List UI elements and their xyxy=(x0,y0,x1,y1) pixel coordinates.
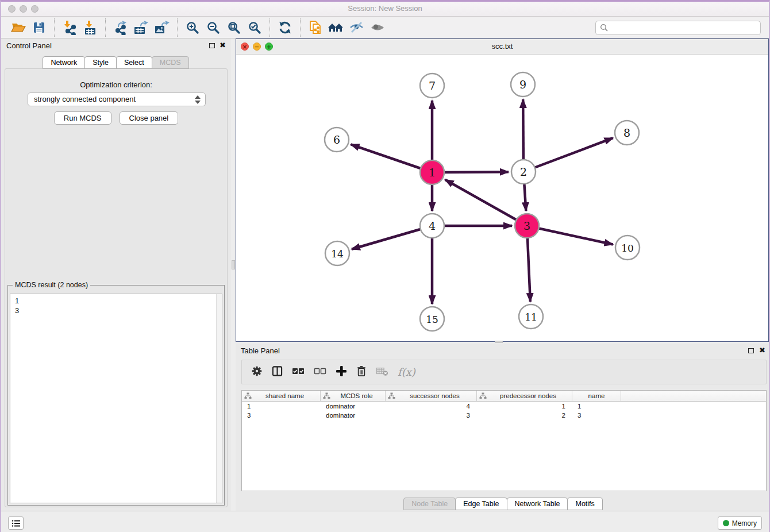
table-cell[interactable]: dominator xyxy=(321,403,386,410)
graph-edge-1-6[interactable] xyxy=(351,144,432,172)
network-canvas[interactable]: 1234678910111415 xyxy=(236,55,768,341)
table-cell[interactable]: 1 xyxy=(572,403,621,410)
open-file-icon[interactable] xyxy=(10,19,27,36)
export-table-icon[interactable] xyxy=(133,19,150,36)
tab-style[interactable]: Style xyxy=(84,56,117,69)
close-table-panel-icon[interactable]: ✖ xyxy=(759,346,765,354)
toggle-columns-icon[interactable] xyxy=(272,365,283,379)
zoom-fit-icon[interactable] xyxy=(225,19,242,36)
search-icon xyxy=(600,24,609,32)
table-settings-icon[interactable] xyxy=(251,365,263,379)
clone-network-icon[interactable] xyxy=(307,19,324,36)
select-all-checkboxes-icon[interactable] xyxy=(292,367,305,377)
svg-text:15: 15 xyxy=(426,314,438,325)
svg-text:2: 2 xyxy=(520,165,527,178)
graph-node-9[interactable]: 9 xyxy=(511,72,535,97)
column-header-MCDS-role[interactable]: MCDS role xyxy=(321,391,386,401)
import-network-icon[interactable] xyxy=(61,19,78,36)
vertical-splitter[interactable] xyxy=(231,38,236,511)
tab-mcds[interactable]: MCDS xyxy=(152,56,189,69)
run-mcds-button[interactable]: Run MCDS xyxy=(54,111,111,125)
table-cell[interactable]: 4 xyxy=(386,403,477,410)
optimization-criterion-label: Optimization criterion: xyxy=(5,80,227,89)
add-row-icon[interactable] xyxy=(336,365,347,379)
show-all-icon[interactable] xyxy=(369,19,386,36)
table-cell[interactable]: 1 xyxy=(477,403,572,410)
column-header-successor-nodes[interactable]: successor nodes xyxy=(386,391,477,401)
main-toolbar xyxy=(1,17,769,38)
table-cell[interactable]: 1 xyxy=(242,403,321,410)
table-panel: Table Panel ✖ xyxy=(236,344,770,511)
mcds-result-area[interactable]: 13 xyxy=(10,294,222,503)
first-neighbors-icon[interactable] xyxy=(328,19,345,36)
table-cell[interactable]: 3 xyxy=(572,412,621,419)
import-table-icon[interactable] xyxy=(82,19,99,36)
memory-label: Memory xyxy=(732,519,757,527)
refresh-icon[interactable] xyxy=(276,19,294,36)
zoom-selected-icon[interactable] xyxy=(246,19,263,36)
toolbar-separator xyxy=(270,18,270,37)
tab-node-table[interactable]: Node Table xyxy=(403,498,456,510)
memory-button[interactable]: Memory xyxy=(718,516,762,530)
tab-edge-table[interactable]: Edge Table xyxy=(455,498,507,510)
export-image-icon[interactable] xyxy=(153,19,171,36)
table-cell[interactable]: 3 xyxy=(242,412,321,419)
toolbar-separator xyxy=(300,18,301,37)
result-scrollbar[interactable] xyxy=(216,294,222,503)
float-table-panel-icon[interactable] xyxy=(748,348,754,353)
table-cell[interactable]: 2 xyxy=(477,412,572,419)
graph-node-6[interactable]: 6 xyxy=(325,128,349,152)
svg-text:6: 6 xyxy=(333,133,340,146)
graph-node-10[interactable]: 10 xyxy=(615,236,640,260)
column-header-shared-name[interactable]: shared name xyxy=(242,391,321,401)
graph-node-14[interactable]: 14 xyxy=(325,241,349,265)
table-cell[interactable]: 3 xyxy=(386,412,477,419)
select-stepper-icon xyxy=(195,95,201,104)
tab-network[interactable]: Network xyxy=(43,56,85,69)
toolbar-separator xyxy=(105,18,106,37)
table-row[interactable]: 1dominator411 xyxy=(242,402,766,411)
graph-edge-3-10[interactable] xyxy=(527,226,613,244)
svg-text:7: 7 xyxy=(429,79,436,92)
table-panel-title: Table Panel xyxy=(241,346,280,355)
graph-edge-3-1[interactable] xyxy=(445,180,527,226)
graph-node-3[interactable]: 3 xyxy=(515,214,539,238)
control-panel-header: Control Panel ✖ xyxy=(1,38,231,53)
delete-row-icon[interactable] xyxy=(356,365,367,379)
hide-selected-icon[interactable] xyxy=(348,19,365,36)
mcds-tab-content: Optimization criterion: strongly connect… xyxy=(5,68,228,507)
graph-node-2[interactable]: 2 xyxy=(511,160,536,184)
tab-motifs[interactable]: Motifs xyxy=(567,498,602,510)
horizontal-splitter-grip[interactable] xyxy=(495,341,503,343)
graph-node-11[interactable]: 11 xyxy=(519,304,543,329)
graph-edge-2-8[interactable] xyxy=(523,138,613,172)
toolbar-separator xyxy=(54,18,55,37)
criterion-select[interactable]: strongly connected component xyxy=(28,92,206,106)
graph-node-1[interactable]: 1 xyxy=(420,160,444,184)
zoom-out-icon[interactable] xyxy=(205,19,222,36)
hierarchy-icon xyxy=(244,392,252,399)
close-panel-button[interactable]: Close panel xyxy=(120,111,179,125)
column-header-name[interactable]: name xyxy=(572,391,621,401)
search-field[interactable] xyxy=(595,21,761,35)
tab-select[interactable]: Select xyxy=(116,56,152,69)
close-panel-icon[interactable]: ✖ xyxy=(220,41,226,49)
graph-node-15[interactable]: 15 xyxy=(420,307,444,331)
splitter-grip[interactable] xyxy=(232,260,235,269)
export-network-icon[interactable] xyxy=(112,19,129,36)
float-panel-icon[interactable] xyxy=(209,43,215,48)
task-history-button[interactable] xyxy=(8,516,24,530)
save-session-icon[interactable] xyxy=(30,19,48,36)
table-cell[interactable]: dominator xyxy=(321,412,386,419)
search-input[interactable] xyxy=(611,24,760,32)
deselect-all-checkboxes-icon[interactable] xyxy=(314,367,326,377)
mcds-result-title: MCDS result (2 nodes) xyxy=(13,281,90,289)
zoom-in-icon[interactable] xyxy=(184,19,201,36)
graph-node-7[interactable]: 7 xyxy=(420,74,444,98)
tab-network-table[interactable]: Network Table xyxy=(507,498,568,510)
graph-node-4[interactable]: 4 xyxy=(420,214,444,238)
column-header-predecessor-nodes[interactable]: predecessor nodes xyxy=(477,391,572,401)
table-panel-tabs: Node TableEdge TableNetwork TableMotifs xyxy=(236,498,770,510)
table-row[interactable]: 3dominator323 xyxy=(242,411,766,420)
graph-node-8[interactable]: 8 xyxy=(615,121,639,145)
